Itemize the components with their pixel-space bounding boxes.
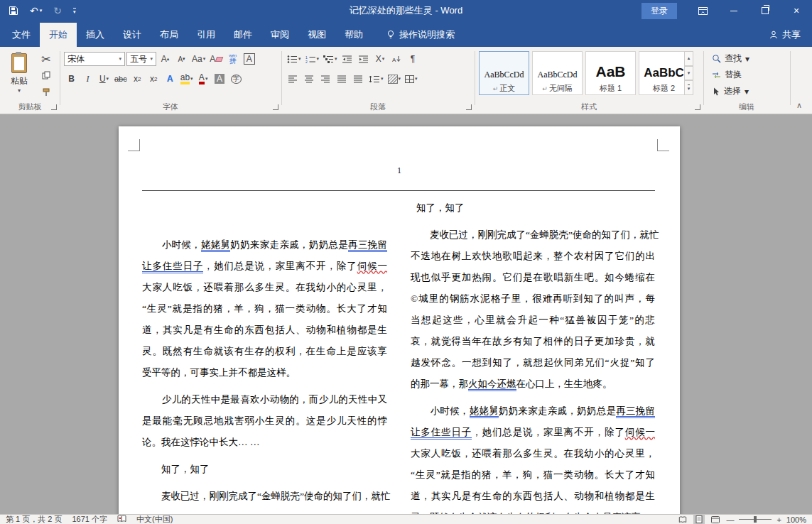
tab-插入[interactable]: 插入 <box>77 23 114 47</box>
text-highlight-button[interactable]: ab▾ <box>179 72 195 86</box>
tab-开始[interactable]: 开始 <box>40 23 77 47</box>
doc-line[interactable]: 大家人吃饭，还喂着那么多生灵。在我幼小的心灵里， <box>142 277 387 298</box>
font-size-combobox[interactable]: 五号▾ <box>126 52 156 66</box>
doc-line[interactable]: 不迭地在树上欢快地歌唱起来，整个农村因了它们的出 <box>411 246 655 267</box>
doc-line[interactable]: 麦收已过，刚刚完成了“金蝉脱壳”使命的知了们，就忙 <box>142 486 387 507</box>
document-page[interactable]: 1 小时候，姥姥舅奶奶来家走亲戚，奶奶总是再三挽留让多住些日子，她们总是说，家里… <box>119 126 680 514</box>
zoom-slider[interactable] <box>739 519 772 520</box>
clipboard-dialog-launcher[interactable] <box>51 104 57 110</box>
doc-line[interactable]: 让多住些日子，她们总是说，家里离不开，除了伺候一 <box>142 256 387 277</box>
proofing-status-button[interactable] <box>117 515 126 524</box>
style-card-标题 2[interactable]: AaBbC标题 2 <box>639 51 689 95</box>
copy-button[interactable] <box>38 70 54 82</box>
numbering-button[interactable]: 12▾ <box>304 52 321 66</box>
doc-line[interactable]: 少儿的天性中是最喜欢小动物的，而少儿的天性中又 <box>142 389 387 410</box>
sort-button[interactable]: A <box>389 52 404 66</box>
text-effects-button[interactable]: A <box>163 72 178 86</box>
font-color-button[interactable]: A▾ <box>196 72 211 86</box>
multilevel-list-button[interactable]: ▾ <box>322 52 339 66</box>
shrink-font-button[interactable]: A▾ <box>174 52 189 66</box>
read-mode-button[interactable] <box>677 515 688 524</box>
zoom-level[interactable]: 100% <box>786 515 806 524</box>
subscript-button[interactable]: x2 <box>130 72 145 86</box>
styles-scroll-down-button[interactable]: ▾ <box>684 66 693 81</box>
increase-indent-button[interactable] <box>357 52 372 66</box>
style-card-标题 1[interactable]: AaB标题 1 <box>585 51 636 95</box>
decrease-indent-button[interactable] <box>340 52 355 66</box>
tab-引用[interactable]: 引用 <box>188 23 224 47</box>
doc-line[interactable]: 的那一幕，那火如今还燃在心口上，生生地疼。 <box>411 373 655 395</box>
grow-font-button[interactable]: A▴ <box>158 52 173 66</box>
doc-line[interactable]: 让多住些日子，她们总是说，家里离不开，除了伺候一 <box>411 422 655 443</box>
restore-button[interactable] <box>749 0 781 21</box>
style-card-正文[interactable]: AaBbCcDd↵正文 <box>479 51 529 95</box>
zoom-in-button[interactable]: + <box>776 515 781 524</box>
superscript-button[interactable]: x2 <box>146 72 161 86</box>
italic-button[interactable]: I <box>80 72 95 86</box>
format-painter-button[interactable] <box>38 87 54 99</box>
borders-button[interactable]: ▾ <box>404 72 419 86</box>
font-name-combobox[interactable]: 宋体▾ <box>64 52 125 66</box>
doc-line[interactable]: 道，其实凡是有生命的东西包括人、动物和植物都是生 <box>142 320 387 341</box>
doc-line[interactable]: 麦收已过，刚刚完成了“金蝉脱壳”使命的知了们，就忙 <box>411 224 655 246</box>
styles-scroll-up-button[interactable]: ▴ <box>684 51 693 66</box>
collapse-ribbon-button[interactable]: ∧ <box>796 101 802 110</box>
tab-设计[interactable]: 设计 <box>114 23 151 47</box>
doc-line[interactable]: 哀，就觉得当年在故乡有知了相伴的日子更加珍贵，就 <box>411 331 655 352</box>
justify-button[interactable] <box>335 72 350 86</box>
shading-button[interactable]: ▾ <box>386 72 403 86</box>
tab-布局[interactable]: 布局 <box>151 23 188 47</box>
character-shading-button[interactable]: A <box>212 72 227 86</box>
doc-line[interactable]: “生灵”就是指的猪，羊，狗，猫一类动物。长大了才知 <box>142 298 387 320</box>
doc-line[interactable]: 越发怀念。一想到知了，就想起伙同弟兄们“火捉”知了 <box>411 352 655 373</box>
clear-formatting-button[interactable]: A <box>208 52 224 66</box>
align-center-button[interactable] <box>302 72 317 86</box>
zoom-slider-thumb[interactable] <box>754 516 757 523</box>
close-button[interactable]: × <box>781 0 812 21</box>
font-dialog-launcher[interactable] <box>273 104 278 110</box>
align-left-button[interactable] <box>286 72 301 86</box>
doc-line[interactable]: 道，其实凡是有生命的东西包括人、动物和植物都是生 <box>411 486 655 507</box>
paragraph-dialog-launcher[interactable] <box>466 104 472 110</box>
document-area[interactable]: 1 小时候，姥姥舅奶奶来家走亲戚，奶奶总是再三挽留让多住些日子，她们总是说，家里… <box>0 114 812 514</box>
minimize-button[interactable] <box>718 0 749 21</box>
zoom-out-button[interactable]: — <box>726 515 734 524</box>
doc-line[interactable]: 论。我在这悖论中长大… … <box>142 432 387 453</box>
word-count[interactable]: 1671 个字 <box>72 514 107 524</box>
styles-more-button[interactable]: ▾ <box>684 80 693 95</box>
tab-视图[interactable]: 视图 <box>298 23 335 47</box>
distribute-button[interactable] <box>351 72 366 86</box>
line-spacing-button[interactable]: ▾ <box>367 72 385 86</box>
cut-button[interactable]: ✂ <box>38 53 54 66</box>
asian-layout-button[interactable]: X▾ <box>373 52 388 66</box>
doc-line[interactable]: 灵。既然有生命就该有生存的权利，在生命上是应该享 <box>142 341 387 362</box>
tab-审阅[interactable]: 审阅 <box>261 23 298 47</box>
tab-文件[interactable]: 文件 <box>3 23 40 47</box>
phonetic-guide-button[interactable]: wén拼 <box>225 52 240 66</box>
show-marks-button[interactable]: ¶ <box>406 52 421 66</box>
doc-line[interactable]: 是最能毫无顾忌地戕害弱小生灵的。这是少儿天性的悖 <box>142 410 387 432</box>
language-indicator[interactable]: 中文(中国) <box>136 514 173 524</box>
strikethrough-button[interactable]: abc <box>113 72 129 86</box>
underline-button[interactable]: U▾ <box>97 72 112 86</box>
doc-line[interactable]: 当想起这些，心里就会升起一种“猛兽被囚于笼”的悲 <box>411 310 655 331</box>
tell-me-box[interactable]: 操作说明搜索 <box>379 23 462 47</box>
doc-line[interactable]: ©城里的钢筋水泥格子里，很难再听到知了的叫声，每 <box>411 288 655 310</box>
sign-in-button[interactable]: 登录 <box>642 3 677 19</box>
doc-line[interactable]: 受平等的，可事实上并不都是这样。 <box>142 362 387 383</box>
doc-line[interactable]: 知了，知了 <box>142 459 387 480</box>
bold-button[interactable]: B <box>64 72 79 86</box>
doc-line[interactable]: “生灵”就是指的猪，羊，狗，猫一类动物。长大了才知 <box>411 464 655 486</box>
paste-button[interactable]: 粘贴 ▾ <box>4 51 34 104</box>
align-right-button[interactable] <box>318 72 333 86</box>
ribbon-display-options-button[interactable] <box>687 0 718 21</box>
character-border-button[interactable]: A <box>242 52 256 66</box>
enclose-characters-button[interactable]: 字 <box>229 72 244 86</box>
replace-button[interactable]: 替换 <box>712 69 742 81</box>
share-button[interactable]: 共享 <box>758 23 812 47</box>
select-button[interactable]: 选择▾ <box>712 85 749 97</box>
tab-帮助[interactable]: 帮助 <box>335 23 372 47</box>
page-indicator[interactable]: 第 1 页，共 2 页 <box>6 514 62 524</box>
print-layout-button[interactable] <box>693 515 705 524</box>
doc-line[interactable]: 现也似乎更加热闹。它们是在歌唱新生吧。如今蜷缩在 <box>411 267 655 288</box>
